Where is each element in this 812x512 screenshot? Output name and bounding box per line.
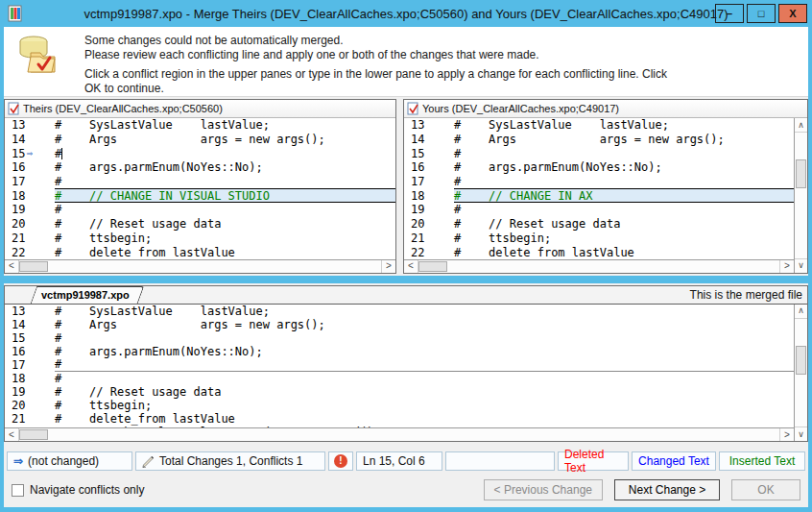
code-text: # Args args = new args();	[55, 318, 794, 331]
line-number: 13	[5, 305, 55, 318]
document-check-icon	[407, 102, 418, 115]
scroll-left-icon[interactable]: <	[5, 260, 19, 273]
code-line[interactable]: 19# // Reset usage data	[5, 385, 794, 399]
code-line[interactable]: 20# // Reset usage data	[404, 217, 794, 232]
yours-code-area[interactable]: 13# SysLastValue lastValue;14# Args args…	[404, 118, 794, 259]
banner-text: Some changes could not be automatically …	[84, 32, 667, 96]
scrollbar-thumb[interactable]	[19, 429, 48, 440]
code-line[interactable]: 19#	[5, 203, 395, 217]
code-line[interactable]: 22# delete from lastValue	[404, 245, 794, 259]
legend-inserted-text: Inserted Text	[719, 451, 805, 471]
scroll-left-icon[interactable]: <	[5, 428, 19, 441]
scrollbar-thumb[interactable]	[796, 159, 806, 188]
line-number: 16	[404, 160, 454, 174]
code-line[interactable]: 19#	[404, 203, 794, 217]
footer: Navigate conflicts only < Previous Chang…	[4, 473, 808, 507]
theirs-pane-header: Theirs (DEV_ClearAllCaches.xpo;C50560)	[5, 100, 395, 118]
code-text: # ttsbegin;	[55, 399, 794, 412]
code-line[interactable]: 18#	[5, 372, 794, 385]
line-number: 21	[5, 232, 55, 245]
code-line[interactable]: 14# Args args = new args();	[5, 133, 395, 147]
code-text: # SysLastValue lastValue;	[55, 118, 395, 133]
code-line[interactable]: 14# Args args = new args();	[5, 318, 794, 331]
code-line[interactable]: 13# SysLastValue lastValue;	[5, 118, 395, 133]
merged-horizontal-scrollbar[interactable]: < >	[5, 427, 794, 441]
scroll-up-icon[interactable]: ∧	[795, 118, 807, 133]
code-line[interactable]: 20# // Reset usage data	[5, 217, 395, 232]
code-line[interactable]: 14# Args args = new args();	[404, 133, 794, 147]
current-change-arrow-icon: ⇒	[13, 455, 23, 467]
status-caret-position: Ln 15, Col 6	[356, 451, 442, 471]
scroll-left-icon[interactable]: <	[404, 260, 418, 273]
code-text: # // Reset usage data	[55, 385, 794, 399]
merged-vertical-scrollbar[interactable]: ∧ ∨	[794, 305, 807, 441]
banner-line-3: Click a conflict region in the upper pan…	[84, 67, 667, 82]
navigate-conflicts-label[interactable]: Navigate conflicts only	[30, 483, 144, 497]
line-number: 15	[5, 331, 55, 345]
code-line[interactable]: 15#	[5, 331, 794, 345]
code-line[interactable]: 16# args.parmEnum(NoYes::No);	[5, 345, 794, 358]
current-line-arrow-icon: ⇒	[26, 148, 33, 158]
code-line[interactable]: 17#	[5, 358, 794, 372]
code-line[interactable]: 13# SysLastValue lastValue;	[404, 118, 794, 133]
status-change-state: ⇒ (not changed)	[7, 451, 132, 471]
yours-pane-header: Yours (DEV_ClearAllCaches.xpo;C49017)	[404, 100, 807, 118]
code-text: # // CHANGE IN AX	[454, 188, 794, 203]
scroll-down-icon[interactable]: ∨	[795, 258, 807, 273]
line-number: 14	[5, 318, 55, 331]
code-text: #	[55, 146, 395, 160]
ok-button[interactable]: OK	[731, 479, 800, 500]
upper-panes: Theirs (DEV_ClearAllCaches.xpo;C50560) 1…	[4, 97, 808, 274]
line-number: 19	[5, 203, 55, 216]
code-line[interactable]: 20# ttsbegin;	[5, 399, 794, 412]
line-number: 18	[5, 372, 55, 385]
next-change-button[interactable]: Next Change >	[614, 479, 720, 500]
maximize-button[interactable]: □	[747, 4, 776, 23]
code-line[interactable]: 16# args.parmEnum(NoYes::No);	[5, 160, 395, 175]
scroll-up-icon[interactable]: ∧	[795, 305, 807, 319]
line-number: 22	[404, 246, 454, 259]
code-text: #	[55, 372, 794, 385]
window-content: Some changes could not be automatically …	[4, 27, 808, 507]
code-line[interactable]: 16# args.parmEnum(NoYes::No);	[404, 160, 794, 175]
code-line[interactable]: 21# ttsbegin;	[5, 232, 395, 246]
close-button[interactable]: X	[778, 4, 807, 23]
minimize-button[interactable]: –	[715, 4, 744, 23]
line-number: 20	[404, 217, 454, 231]
scroll-right-icon[interactable]: >	[779, 428, 794, 441]
status-total-changes: Total Changes 1, Conflicts 1	[135, 451, 325, 471]
code-line[interactable]: 21# delete_from lastValue	[5, 412, 794, 426]
scroll-down-icon[interactable]: ∨	[795, 427, 807, 441]
scroll-right-icon[interactable]: >	[779, 260, 794, 273]
scrollbar-thumb[interactable]	[796, 346, 806, 375]
code-line[interactable]: 17#	[404, 175, 794, 189]
code-line[interactable]: 22# delete from lastValue	[5, 245, 395, 259]
code-line[interactable]: 15⇒#	[5, 146, 395, 160]
conflict-code-line[interactable]: 18# // CHANGE IN VISUAL STUDIO	[5, 188, 395, 203]
merge-tool-window: vctmp919987.xpo - Merge Theirs (DEV_Clea…	[0, 0, 812, 512]
code-line[interactable]: 15#	[404, 146, 794, 160]
navigate-conflicts-checkbox[interactable]	[12, 484, 24, 497]
scrollbar-thumb[interactable]	[19, 261, 48, 272]
code-line[interactable]: 21# ttsbegin;	[404, 232, 794, 246]
banner-line-2: Please review each conflicting line and …	[84, 48, 667, 62]
code-line[interactable]: 13# SysLastValue lastValue;	[5, 305, 794, 318]
merged-file-tab[interactable]: vctmp919987.xpo	[34, 286, 141, 304]
scrollbar-thumb[interactable]	[418, 261, 447, 272]
scroll-right-icon[interactable]: >	[381, 260, 395, 273]
conflict-code-line[interactable]: 18# // CHANGE IN AX	[404, 188, 794, 203]
banner-line-4: OK to continue.	[84, 82, 667, 96]
line-number: 17	[5, 358, 55, 372]
yours-horizontal-scrollbar[interactable]: < >	[404, 259, 794, 273]
code-text: #	[55, 203, 395, 217]
code-text: # SysLastValue lastValue;	[55, 305, 794, 318]
pane-splitter[interactable]	[0, 276, 812, 283]
code-text: #	[55, 175, 395, 189]
yours-vertical-scrollbar[interactable]: ∧ ∨	[794, 118, 807, 273]
theirs-horizontal-scrollbar[interactable]: < >	[5, 259, 395, 273]
line-number: 13	[5, 118, 55, 132]
previous-change-button[interactable]: < Previous Change	[484, 479, 603, 500]
merged-code-area[interactable]: 13# SysLastValue lastValue;14# Args args…	[5, 305, 794, 427]
theirs-code-area[interactable]: 13# SysLastValue lastValue;14# Args args…	[5, 118, 395, 259]
code-line[interactable]: 17#	[5, 175, 395, 189]
